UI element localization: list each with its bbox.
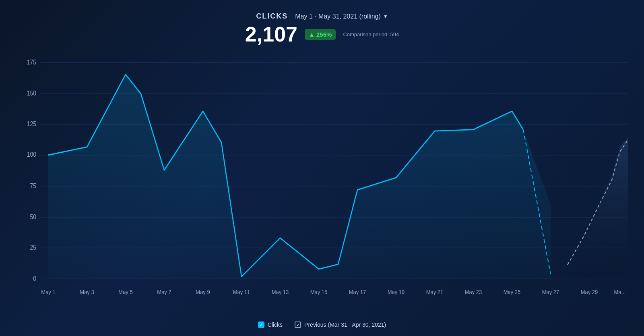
y-label-75: 75 (30, 182, 36, 189)
x-label-may25: May 25 (504, 288, 521, 295)
x-label-may23: May 23 (465, 288, 482, 295)
legend-previous-label: Previous (Mar 31 - Apr 30, 2021) (304, 321, 386, 328)
x-label-may5: May 5 (118, 288, 132, 295)
x-label-may11: May 11 (233, 288, 250, 295)
chart-container: 0 25 50 75 100 125 150 175 May 1 May 3 M… (16, 53, 628, 317)
previous-checkbox[interactable]: ✓ (295, 321, 301, 328)
x-label-may27: May 27 (542, 288, 559, 295)
y-label-50: 50 (30, 213, 36, 220)
y-label-0: 0 (33, 275, 36, 282)
y-label-100: 100 (27, 151, 36, 158)
y-label-175: 175 (27, 58, 36, 66)
chart-legend: ✓ Clicks ✓ Previous (Mar 31 - Apr 30, 20… (258, 321, 386, 328)
x-label-may3: May 3 (80, 288, 94, 295)
legend-clicks[interactable]: ✓ Clicks (258, 321, 283, 328)
chevron-down-icon: ▼ (383, 14, 388, 19)
x-label-may1: May 1 (41, 288, 55, 295)
comparison-text: Comparison period: 594 (343, 31, 399, 37)
svg-marker-9 (551, 138, 628, 279)
change-badge: ▲ 255% (305, 29, 336, 40)
value-row: 2,107 ▲ 255% Comparison period: 594 (245, 24, 399, 45)
chart-header: CLICKS May 1 - May 31, 2021 (rolling) ▼ … (16, 12, 628, 45)
x-label-may29: May 29 (581, 288, 598, 295)
x-label-may9: May 9 (196, 288, 210, 295)
clicks-checkbox[interactable]: ✓ (258, 321, 264, 328)
y-label-25: 25 (30, 244, 36, 251)
legend-clicks-label: Clicks (268, 321, 283, 328)
y-label-150: 150 (27, 89, 36, 97)
comparison-info: Comparison period: 594 (343, 31, 399, 37)
x-label-may31: Ma... (614, 288, 626, 295)
main-metric-value: 2,107 (245, 24, 297, 45)
x-label-may7: May 7 (157, 288, 171, 295)
x-label-may19: May 19 (388, 288, 405, 295)
x-label-may15: May 15 (310, 288, 328, 295)
metric-title: CLICKS (256, 12, 288, 21)
title-row: CLICKS May 1 - May 31, 2021 (rolling) ▼ (256, 12, 388, 21)
legend-previous[interactable]: ✓ Previous (Mar 31 - Apr 30, 2021) (295, 321, 386, 328)
line-chart: 0 25 50 75 100 125 150 175 May 1 May 3 M… (16, 53, 628, 317)
x-label-may13: May 13 (272, 288, 289, 295)
x-label-may17: May 17 (349, 288, 366, 295)
x-label-may21: May 21 (426, 288, 444, 295)
date-range-selector[interactable]: May 1 - May 31, 2021 (rolling) ▼ (295, 13, 388, 20)
svg-marker-10 (48, 75, 551, 279)
y-label-125: 125 (27, 120, 36, 127)
